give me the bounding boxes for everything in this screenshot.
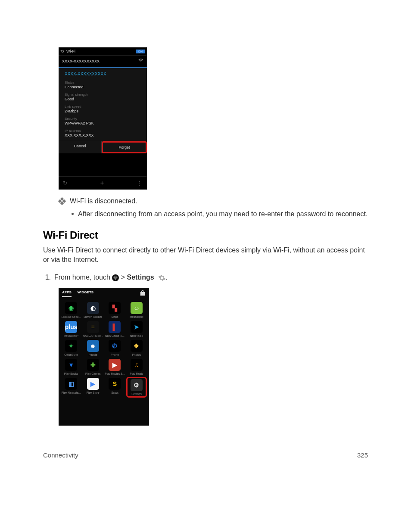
app-label: Scout (105, 391, 125, 394)
app-icon: ✆ (109, 340, 121, 352)
app-lookout-secu[interactable]: ◉Lookout Secu... (61, 302, 81, 318)
app-icon: S (109, 378, 121, 390)
app-play-newssta[interactable]: ◧Play Newssta... (61, 378, 81, 397)
app-label: Messaging (127, 315, 146, 318)
step-gt: > (121, 274, 127, 281)
app-label: Lumen Toolbar (83, 315, 103, 318)
footer-section: Connectivity (43, 451, 78, 459)
app-icon: ▶ (109, 359, 121, 371)
app-play-games[interactable]: ✚Play Games (83, 359, 103, 375)
app-label: NextRadio (127, 334, 146, 337)
apps-grid: ◉Lookout Secu...◐Lumen Toolbar▚Maps☺Mess… (59, 298, 149, 399)
page-footer: Connectivity 325 (43, 451, 368, 459)
app-icon: ▼ (65, 359, 77, 371)
app-label: Settings (128, 392, 145, 395)
ip-label: IP address (65, 129, 141, 133)
bullet-text: After disconnecting from an access point… (78, 210, 367, 218)
app-icon: ▚ (109, 302, 121, 314)
add-network-icon[interactable]: ＋ (99, 179, 105, 187)
result-text: Wi-Fi is disconnected. (70, 197, 137, 205)
app-icon: ▌ (109, 321, 121, 333)
step-1: 1. From home, touch > Settings . (43, 274, 368, 282)
app-nextradio[interactable]: ➤NextRadio (127, 321, 146, 337)
wifi-signal-icon (138, 58, 143, 64)
dialog-network-name: XXXX-XXXXXXXXXX (59, 68, 147, 79)
app-icon: ▶ (87, 378, 99, 390)
link-value: 24Mbps (65, 109, 141, 113)
app-label: Play Games (83, 372, 103, 375)
tab-widgets[interactable]: WIDGETS (78, 290, 93, 297)
security-label: Security (65, 117, 141, 121)
shop-icon[interactable] (140, 290, 146, 298)
app-label: NASCAR Mob... (83, 334, 103, 337)
status-value: Connected (65, 85, 141, 89)
app-icon: plus (65, 321, 77, 333)
wifi-network-name: XXXX-XXXXXXXXXX (62, 59, 100, 63)
app-nba-game-ti[interactable]: ▌NBA Game Ti... (105, 321, 125, 337)
app-icon: ✦ (65, 340, 77, 352)
app-officesuite[interactable]: ✦OfficeSuite (61, 340, 81, 356)
app-label: Play Books (61, 372, 81, 375)
wifi-toggle-on[interactable]: ON (136, 50, 146, 53)
tab-apps[interactable]: APPS (62, 290, 72, 297)
section-heading-wifi-direct: Wi-Fi Direct (43, 229, 368, 241)
settings-gear-icon (158, 274, 166, 282)
app-drawer-tabs: APPS WIDGETS (59, 288, 149, 298)
app-label: NBA Game Ti... (105, 334, 125, 337)
app-label: Photos (127, 353, 146, 356)
section-paragraph: Use Wi-Fi Direct to connect directly to … (43, 246, 368, 264)
app-play-store[interactable]: ▶Play Store (83, 378, 103, 397)
app-play-books[interactable]: ▼Play Books (61, 359, 81, 375)
app-drawer-screenshot: APPS WIDGETS ◉Lookout Secu...◐Lumen Tool… (59, 288, 149, 426)
app-settings[interactable]: ⚙Settings (126, 377, 147, 398)
signal-label: Signal strength (65, 93, 141, 96)
security-value: WPA/WPA2 PSK (65, 121, 141, 125)
wifi-bottombar: ↻ ＋ ⋮ (59, 176, 147, 190)
app-label: People (83, 353, 103, 356)
link-label: Link speed (65, 105, 141, 109)
wps-icon[interactable]: ↻ (63, 180, 67, 186)
status-label: Status (65, 81, 141, 84)
bullet-icon (72, 213, 74, 215)
app-label: Play Music (127, 372, 146, 375)
app-icon: ◧ (65, 378, 77, 390)
app-icon: ❖ (131, 340, 143, 352)
app-icon: ☺ (131, 302, 143, 314)
app-photos[interactable]: ❖Photos (127, 340, 146, 356)
app-nascar-mob[interactable]: ≡NASCAR Mob... (83, 321, 103, 337)
result-indicator-icon (59, 198, 65, 205)
step-number: 1. (43, 274, 51, 282)
wifi-network-row[interactable]: XXXX-XXXXXXXXXX (59, 56, 147, 67)
app-phone[interactable]: ✆Phone (105, 340, 125, 356)
app-icon: ☻ (87, 340, 99, 352)
app-icon: ◐ (87, 302, 99, 314)
wifi-titlebar: Wi-Fi ON (59, 47, 147, 56)
forget-button[interactable]: Forget (102, 141, 147, 153)
app-messaging[interactable]: ☺Messaging (127, 302, 146, 318)
app-label: Phone (105, 353, 125, 356)
app-play-music[interactable]: ♫Play Music (127, 359, 146, 375)
app-maps[interactable]: ▚Maps (105, 302, 125, 318)
overflow-menu-icon[interactable]: ⋮ (137, 180, 143, 186)
step-content: From home, touch > Settings . (54, 274, 168, 282)
signal-value: Good (65, 97, 141, 101)
step-settings-word: Settings (127, 274, 154, 281)
app-icon: ⚙ (131, 379, 143, 391)
app-messaging[interactable]: plusMessaging+ (61, 321, 81, 337)
ip-value: XXX.XXX.X.XXX (65, 133, 141, 137)
app-label: Messaging+ (61, 334, 81, 337)
app-lumen-toolbar[interactable]: ◐Lumen Toolbar (83, 302, 103, 318)
app-icon: ♫ (131, 359, 143, 371)
app-icon: ◉ (65, 302, 77, 314)
app-play-movies[interactable]: ▶Play Movies &... (105, 359, 125, 375)
app-icon: ✚ (87, 359, 99, 371)
app-scout[interactable]: SScout (105, 378, 125, 397)
app-people[interactable]: ☻People (83, 340, 103, 356)
apps-globe-icon (112, 274, 119, 281)
app-label: Play Store (83, 391, 103, 394)
cancel-button[interactable]: Cancel (59, 141, 101, 153)
app-label: Play Movies &... (105, 372, 125, 375)
app-label: Maps (105, 315, 125, 318)
app-label: Play Newssta... (61, 391, 81, 394)
footer-page-number: 325 (357, 451, 368, 459)
